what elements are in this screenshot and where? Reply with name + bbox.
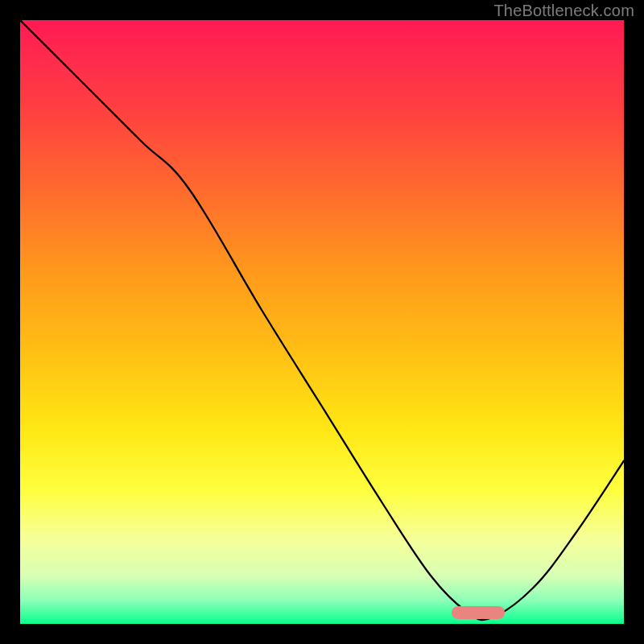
- watermark-text: TheBottleneck.com: [493, 2, 634, 20]
- chart-frame: TheBottleneck.com: [0, 0, 644, 644]
- plot-area: [20, 20, 624, 624]
- bottleneck-curve: [20, 20, 624, 620]
- curve-svg: [20, 20, 624, 624]
- optimum-marker: [452, 606, 505, 620]
